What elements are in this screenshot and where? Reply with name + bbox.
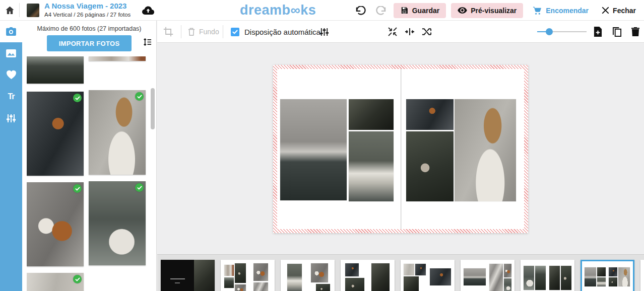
- cart-icon: [532, 6, 542, 15]
- close-button[interactable]: Fechar: [598, 3, 640, 18]
- text-tool-icon: Tr: [8, 92, 14, 101]
- sort-icon: [143, 38, 152, 46]
- collapse-diagonal-icon: [388, 27, 398, 37]
- eye-icon: [458, 7, 467, 14]
- filmstrip-spread-selected[interactable]: [581, 260, 634, 291]
- photo-grid-column-1: [27, 56, 84, 291]
- project-thumbnail[interactable]: [27, 4, 39, 17]
- order-button[interactable]: Encomendar: [528, 3, 593, 18]
- project-subtitle: A4 Vertical / 26 páginas / 27 fotos: [44, 11, 131, 18]
- auto-layout-checkbox[interactable]: [231, 28, 239, 36]
- fs-pages: [463, 262, 512, 291]
- tune-icon: [6, 113, 16, 123]
- cover-title-line: [170, 278, 185, 279]
- book-spread: [273, 65, 528, 233]
- layout-options-button[interactable]: [319, 21, 329, 43]
- undo-icon: [355, 6, 366, 15]
- sort-photos-button[interactable]: [143, 38, 152, 46]
- fs-page: [523, 262, 547, 291]
- photo-thumbnail[interactable]: [89, 90, 146, 175]
- import-row: IMPORTAR FOTOS: [22, 32, 156, 52]
- fs-pages: [343, 262, 393, 291]
- spread-photo-bridge-couple[interactable]: [406, 131, 454, 201]
- sidebar-item-favorites[interactable]: [0, 64, 22, 86]
- home-button[interactable]: [0, 0, 19, 20]
- photo-thumbnail[interactable]: [89, 181, 146, 265]
- spread-photo-man-rocks[interactable]: [406, 99, 454, 130]
- import-photos-button[interactable]: IMPORTAR FOTOS: [47, 35, 132, 51]
- preview-button[interactable]: Pré-visualizar: [451, 3, 523, 18]
- trash-icon: [187, 27, 196, 36]
- zoom-slider[interactable]: [537, 31, 587, 32]
- check-icon: [73, 184, 82, 193]
- photo-thumbnail[interactable]: [89, 56, 146, 61]
- undo-button[interactable]: [353, 0, 368, 21]
- photo-thumbnail[interactable]: [27, 273, 84, 291]
- project-info: A Nossa Viagem - 2023 A4 Vertical / 26 p…: [44, 2, 131, 18]
- check-icon: [135, 183, 144, 192]
- fs-page: [549, 262, 573, 291]
- check-icon: [73, 275, 82, 283]
- sidebar-item-settings[interactable]: [0, 107, 22, 129]
- cover-subtitle-line: [175, 282, 180, 283]
- compress-horizontal-button[interactable]: [405, 21, 415, 43]
- photo-grid-column-2: [89, 56, 146, 291]
- sidebar-item-photos[interactable]: [0, 21, 22, 42]
- copy-icon: [612, 27, 622, 37]
- filmstrip-spread[interactable]: [341, 260, 395, 291]
- crop-button[interactable]: [163, 21, 173, 43]
- cover-back: [161, 260, 194, 291]
- spread-photo-boat-girl[interactable]: [349, 131, 394, 201]
- fs-page: [309, 262, 333, 291]
- cloud-sync-icon[interactable]: [142, 5, 155, 15]
- photo-limit-text: Máximo de 600 fotos (27 importadas): [22, 25, 156, 32]
- filmstrip-spread-cover[interactable]: [161, 260, 215, 291]
- auto-layout-toggle[interactable]: Disposição automática: [231, 21, 320, 43]
- fs-page: [343, 262, 367, 291]
- image-icon: [6, 49, 17, 58]
- sidebar-item-layouts[interactable]: [0, 42, 22, 64]
- spread-photo-cliff-water[interactable]: [280, 99, 347, 200]
- photo-thumbnail[interactable]: [27, 92, 84, 176]
- arrows-to-line-icon: [405, 28, 415, 36]
- dreambooks-logo: dreamb∞ks: [240, 0, 316, 21]
- fs-pages: [523, 262, 572, 291]
- filmstrip-spread[interactable]: [521, 260, 574, 291]
- fs-page: [369, 262, 393, 291]
- topbar: A Nossa Viagem - 2023 A4 Vertical / 26 p…: [0, 0, 644, 21]
- shuffle-button[interactable]: [421, 21, 432, 43]
- photo-thumbnail[interactable]: [27, 56, 84, 84]
- duplicate-page-button[interactable]: [612, 21, 622, 43]
- zoom-slider-handle[interactable]: [546, 28, 553, 35]
- fs-pages: [283, 262, 333, 291]
- shuffle-collapse-button[interactable]: [388, 21, 398, 43]
- filmstrip-spread-partial[interactable]: [640, 260, 644, 291]
- background-button[interactable]: Fundo: [187, 21, 219, 43]
- filmstrip-spread[interactable]: [281, 260, 335, 291]
- fs-pages: [584, 263, 631, 291]
- canvas-area[interactable]: [157, 43, 644, 254]
- filmstrip-spread[interactable]: [461, 260, 514, 291]
- spread-photo-hat-portrait[interactable]: [455, 99, 516, 201]
- filmstrip-spread[interactable]: [221, 260, 275, 291]
- delete-page-button[interactable]: [631, 21, 639, 43]
- check-icon: [73, 94, 82, 102]
- crop-icon: [163, 27, 173, 37]
- sidebar-item-text[interactable]: Tr: [0, 86, 22, 107]
- photos-panel: Máximo de 600 fotos (27 importadas) IMPO…: [22, 21, 157, 291]
- preview-label: Pré-visualizar: [471, 7, 517, 15]
- add-page-button[interactable]: [594, 21, 602, 43]
- spread-photo-cave-girl[interactable]: [349, 99, 394, 130]
- page-gutter: [401, 69, 401, 229]
- topbar-divider: [19, 3, 20, 17]
- close-icon: [602, 7, 609, 14]
- panel-scrollbar[interactable]: [151, 88, 155, 129]
- close-label: Fechar: [613, 7, 636, 15]
- fs-page: [584, 263, 607, 291]
- redo-button[interactable]: [373, 0, 389, 21]
- background-label: Fundo: [199, 28, 219, 36]
- photo-thumbnail[interactable]: [27, 182, 84, 266]
- save-button[interactable]: Guardar: [394, 3, 446, 18]
- filmstrip-spread[interactable]: [401, 260, 455, 291]
- fs-page: [609, 263, 631, 291]
